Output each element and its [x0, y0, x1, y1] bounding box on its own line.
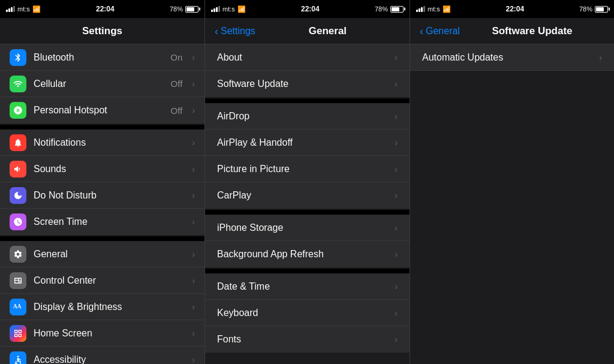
right-panel: mt:s 📶 22:04 78% ‹ General Software Upda… [410, 0, 614, 364]
status-left-r: mt:s 📶 [416, 5, 451, 13]
notifications-chevron: › [192, 138, 195, 148]
cellular-value: Off [171, 79, 183, 89]
homescreen-chevron: › [192, 329, 195, 338]
section-connectivity: Bluetooth On › Cellular Off › Personal H… [0, 44, 204, 124]
pictureinpicture-chevron: › [395, 164, 398, 174]
back-chevron-m: ‹ [215, 26, 218, 37]
status-bar-middle: mt:s 📶 22:04 78% [205, 0, 410, 18]
accessibility-row[interactable]: Accessibility › [0, 347, 204, 364]
wifi-icon: 📶 [32, 5, 41, 13]
donotdisturb-icon [10, 187, 26, 204]
middle-panel: mt:s 📶 22:04 78% ‹ Settings General Abou… [205, 0, 410, 364]
keyboard-row[interactable]: Keyboard › [205, 300, 410, 326]
displaybrightness-row[interactable]: AA Display & Brightness › [0, 294, 204, 320]
hotspot-label: Personal Hotspot [34, 105, 164, 116]
donotdisturb-label: Do Not Disturb [34, 190, 185, 201]
accessibility-label: Accessibility [34, 354, 185, 364]
hotspot-value: Off [171, 106, 183, 116]
battery-percent-r: 78% [579, 5, 592, 13]
airplayhandoff-chevron: › [395, 138, 398, 148]
airdrop-row[interactable]: AirDrop › [205, 103, 410, 130]
status-right-m: 78% [375, 5, 404, 13]
general-row[interactable]: General › [0, 241, 204, 267]
sounds-chevron: › [192, 164, 195, 174]
status-bar-right: mt:s 📶 22:04 78% [410, 0, 614, 18]
airplayhandoff-label: AirPlay & Handoff [217, 137, 387, 148]
screentime-chevron: › [192, 217, 195, 227]
controlcenter-row[interactable]: Control Center › [0, 267, 204, 294]
svg-text:AA: AA [13, 303, 22, 309]
left-panel-title: Settings [10, 25, 195, 37]
softwareupdate-row[interactable]: Software Update › [205, 71, 410, 97]
section-storage: iPhone Storage › Background App Refresh … [205, 210, 410, 267]
status-right: 78% [170, 5, 198, 13]
fonts-row[interactable]: Fonts › [205, 326, 410, 353]
section-locale: Date & Time › Keyboard › Fonts › [205, 269, 410, 353]
bluetooth-row[interactable]: Bluetooth On › [0, 44, 204, 71]
carplay-chevron: › [395, 191, 398, 200]
left-nav: Settings [0, 18, 204, 44]
automatic-updates-row[interactable]: Automatic Updates › [410, 44, 614, 71]
homescreen-icon [10, 325, 26, 342]
right-panel-title: Software Update [460, 25, 604, 37]
bluetooth-chevron: › [192, 53, 195, 62]
right-nav: ‹ General Software Update [410, 18, 614, 44]
bluetooth-icon [10, 49, 26, 66]
section-about: About › Software Update › [205, 44, 410, 97]
notifications-row[interactable]: Notifications › [0, 130, 204, 156]
pictureinpicture-label: Picture in Picture [217, 164, 387, 175]
section-airdrop: AirDrop › AirPlay & Handoff › Picture in… [205, 98, 410, 209]
fonts-chevron: › [395, 335, 398, 344]
time-label-r: 22:04 [506, 5, 525, 13]
status-right-r: 78% [579, 5, 608, 13]
about-row[interactable]: About › [205, 44, 410, 71]
datetime-row[interactable]: Date & Time › [205, 273, 410, 300]
airplayhandoff-row[interactable]: AirPlay & Handoff › [205, 130, 410, 156]
displaybrightness-icon: AA [10, 299, 26, 315]
hotspot-row[interactable]: Personal Hotspot Off › [0, 97, 204, 124]
about-label: About [217, 52, 387, 63]
time-label: 22:04 [96, 5, 115, 13]
iphonestorage-label: iPhone Storage [217, 222, 387, 233]
general-list: About › Software Update › AirDrop › AirP… [205, 44, 410, 364]
section-alerts: Notifications › Sounds › Do Not Disturb … [0, 125, 204, 235]
carrier-label: mt:s [17, 5, 30, 13]
screentime-icon [10, 213, 26, 230]
homescreen-row[interactable]: Home Screen › [0, 320, 204, 347]
back-to-settings[interactable]: ‹ Settings [215, 26, 255, 37]
backgroundapprefresh-row[interactable]: Background App Refresh › [205, 241, 410, 267]
about-chevron: › [395, 53, 398, 62]
cellular-label: Cellular [34, 79, 164, 89]
carplay-row[interactable]: CarPlay › [205, 182, 410, 209]
cellular-icon [10, 76, 26, 92]
donotdisturb-row[interactable]: Do Not Disturb › [0, 182, 204, 209]
bluetooth-value: On [170, 52, 182, 62]
battery-icon-m [390, 6, 404, 13]
pictureinpicture-row[interactable]: Picture in Picture › [205, 156, 410, 182]
softwareupdate-label: Software Update [217, 79, 387, 89]
accessibility-icon [10, 351, 26, 364]
keyboard-chevron: › [395, 308, 398, 318]
controlcenter-chevron: › [192, 276, 195, 285]
hotspot-chevron: › [192, 106, 195, 115]
back-label-m: Settings [221, 26, 255, 37]
datetime-chevron: › [395, 282, 398, 291]
wifi-icon-m: 📶 [237, 5, 246, 13]
automatic-updates-label: Automatic Updates [422, 52, 599, 63]
iphonestorage-chevron: › [395, 223, 398, 233]
left-panel: mt:s 📶 22:04 78% Settings Bluetooth On › [0, 0, 205, 364]
screentime-label: Screen Time [34, 216, 185, 227]
controlcenter-label: Control Center [34, 275, 185, 286]
section-system: General › Control Center › AA Display & … [0, 236, 204, 364]
screentime-row[interactable]: Screen Time › [0, 209, 204, 235]
accessibility-chevron: › [192, 355, 195, 364]
back-to-general[interactable]: ‹ General [420, 26, 460, 37]
cellular-row[interactable]: Cellular Off › [0, 71, 204, 97]
fonts-label: Fonts [217, 334, 387, 345]
sounds-row[interactable]: Sounds › [0, 156, 204, 182]
status-left: mt:s 📶 [6, 5, 41, 13]
status-left-m: mt:s 📶 [211, 5, 246, 13]
iphonestorage-row[interactable]: iPhone Storage › [205, 215, 410, 241]
donotdisturb-chevron: › [192, 191, 195, 200]
softwareupdate-chevron: › [395, 79, 398, 89]
